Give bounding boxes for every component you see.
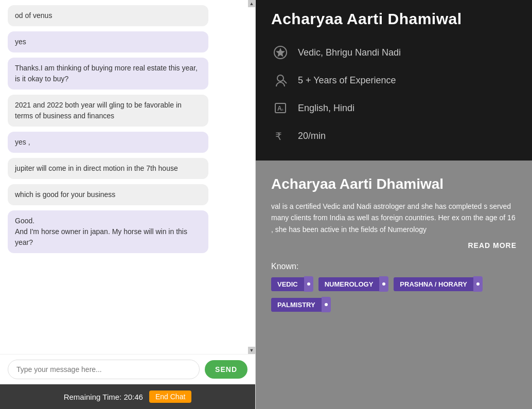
message-bubble: Good.And I'm horse owner in japan. My ho… [8, 210, 208, 253]
skill-tag[interactable]: PALMISTRY [271, 297, 331, 312]
skill-tag[interactable]: PRASHNA / HORARY [394, 276, 483, 292]
tag-label: NUMEROLOGY [318, 277, 380, 291]
message-bubble: jupiter will come in in direct motion in… [8, 158, 208, 179]
message-bubble: which is good for your business [8, 184, 208, 205]
svg-marker-1 [276, 48, 285, 57]
experience-text: 5 + Years of Experience [298, 75, 396, 86]
tag-label: PALMISTRY [271, 298, 322, 312]
skill-tag[interactable]: VEDIC [271, 276, 313, 292]
chat-message: Thanks.I am thinking of buying more real… [8, 58, 247, 90]
chat-message: which is good for your business [8, 184, 247, 205]
chat-message: jupiter will come in in direct motion in… [8, 158, 247, 179]
svg-point-2 [277, 75, 283, 81]
tag-arrow-icon [379, 276, 388, 292]
chat-message: 2021 and 2022 both year will gling to be… [8, 95, 247, 127]
scroll-up-arrow[interactable]: ▲ [248, 0, 255, 7]
scroll-down-arrow[interactable]: ▼ [248, 347, 255, 354]
skill-tag[interactable]: NUMEROLOGY [318, 276, 389, 292]
send-button[interactable]: SEND [205, 360, 247, 379]
chat-message: yes , [8, 132, 247, 153]
end-chat-button[interactable]: End Chat [149, 390, 191, 403]
astrologer-bio: val is a certified Vedic and Nadi astrol… [271, 201, 517, 235]
message-bubble: yes , [8, 132, 208, 153]
message-bubble: 2021 and 2022 both year will gling to be… [8, 95, 208, 127]
chat-message: od of venus [8, 5, 247, 26]
tag-arrow-icon [473, 276, 483, 292]
timer-bar: Remaining Time: 20:46 End Chat [0, 384, 255, 409]
language-row: A ₐ English, Hindi [271, 99, 517, 117]
astrologer-name-body: Acharyaa Aarti Dhamiwal [271, 176, 517, 192]
chat-input-area: SEND [0, 354, 255, 384]
chat-message: yes [8, 31, 247, 52]
profile-panel: Acharyaa Aarti Dhamiwal Vedic, Bhrigu Na… [256, 0, 532, 409]
profile-stats: Vedic, Bhrigu Nandi Nadi 5 + Years of Ex… [271, 43, 517, 145]
read-more-link[interactable]: READ MORE [271, 241, 517, 250]
specialization-row: Vedic, Bhrigu Nandi Nadi [271, 43, 517, 62]
tag-arrow-icon [322, 297, 331, 312]
svg-line-3 [283, 80, 287, 83]
tag-label: VEDIC [271, 277, 304, 291]
profile-body: Acharyaa Aarti Dhamiwal val is a certifi… [256, 161, 532, 409]
message-input[interactable] [8, 360, 200, 379]
tag-arrow-icon [304, 276, 313, 292]
language-icon: A ₐ [271, 99, 290, 117]
chat-messages: od of venusyesThanks.I am thinking of bu… [0, 0, 255, 354]
tags-container: VEDICNUMEROLOGYPRASHNA / HORARYPALMISTRY [271, 276, 517, 312]
language-text: English, Hindi [298, 103, 354, 114]
remaining-time-label: Remaining Time: 20:46 [64, 393, 143, 401]
known-label: Known: [271, 262, 298, 271]
chat-panel: od of venusyesThanks.I am thinking of bu… [0, 0, 256, 409]
svg-text:ₐ: ₐ [281, 106, 283, 112]
rate-text: 20/min [298, 131, 326, 141]
message-bubble: od of venus [8, 5, 208, 26]
message-bubble: yes [8, 31, 208, 52]
specialization-text: Vedic, Bhrigu Nandi Nadi [298, 47, 401, 58]
experience-icon [271, 71, 290, 90]
experience-row: 5 + Years of Experience [271, 71, 517, 90]
specialization-icon [271, 43, 290, 62]
message-bubble: Thanks.I am thinking of buying more real… [8, 58, 208, 90]
rate-row: ₹ 20/min [271, 127, 517, 145]
rate-icon: ₹ [271, 127, 290, 145]
profile-header: Acharyaa Aarti Dhamiwal Vedic, Bhrigu Na… [256, 0, 532, 161]
profile-name-header: Acharyaa Aarti Dhamiwal [271, 10, 517, 28]
chat-message: Good.And I'm horse owner in japan. My ho… [8, 210, 247, 253]
tag-label: PRASHNA / HORARY [394, 277, 473, 291]
svg-text:₹: ₹ [275, 131, 282, 142]
